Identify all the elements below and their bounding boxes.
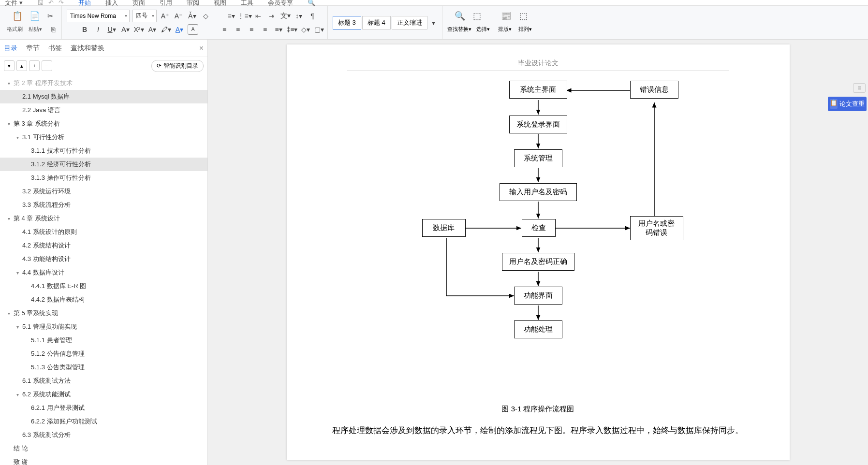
flow-box-db: 数据库: [422, 219, 466, 237]
toc-item[interactable]: ▾第 4 章 系统设计: [0, 212, 207, 225]
document-page: 毕业设计论文: [287, 44, 790, 460]
line-spacing-icon[interactable]: ‡≡▾: [287, 24, 297, 35]
toc-item[interactable]: 6.2.1 用户登录测试: [0, 401, 207, 415]
flowchart-diagram: 系统主界面 系统登录界面 系统管理 输入用户名及密码 数据库 检查 用户名或密码…: [369, 81, 707, 400]
nav-add-icon[interactable]: +: [29, 60, 40, 71]
toc-item[interactable]: 2.2 Java 语言: [0, 103, 207, 117]
toc-item[interactable]: 3.1.3 操作可行性分析: [0, 171, 207, 185]
style-heading3[interactable]: 标题 3: [333, 16, 361, 29]
smart-toc-button[interactable]: ⟳ 智能识别目录: [151, 60, 204, 72]
text-direction-icon[interactable]: 文▾: [280, 11, 291, 21]
main-menu-bar: 文件 ▾ 🖫 ↶ ↷ 开始 插入 页面 引用 审阅 视图 工具 会员专享 🔍: [0, 0, 868, 6]
copy-icon[interactable]: 📄: [28, 9, 42, 23]
italic-icon[interactable]: I: [93, 24, 103, 35]
toc-item[interactable]: ▾6.2 系统功能测试: [0, 388, 207, 401]
toc-item[interactable]: 6.3 系统测试分析: [0, 428, 207, 442]
toc-item[interactable]: 致 谢: [0, 455, 207, 465]
document-area[interactable]: 毕业设计论文: [208, 40, 868, 465]
show-marks-icon[interactable]: ¶: [307, 11, 318, 21]
toc-item[interactable]: ▾3.1 可行性分析: [0, 131, 207, 144]
nav-tab-bookmark[interactable]: 书签: [48, 44, 62, 53]
toc-item[interactable]: 4.4.1 数据库 E-R 图: [0, 279, 207, 293]
nav-close-icon[interactable]: ×: [199, 44, 204, 53]
sort-icon[interactable]: ↕▾: [294, 11, 304, 21]
toc-item[interactable]: 6.1 系统测试方法: [0, 374, 207, 388]
typeset-icon[interactable]: 📰: [499, 9, 514, 23]
nav-tab-toc[interactable]: 目录: [4, 44, 17, 53]
align-justify-icon[interactable]: ≡: [260, 24, 270, 35]
align-center-icon[interactable]: ≡: [233, 24, 243, 35]
font-family-select[interactable]: Times New Roma: [67, 10, 130, 22]
align-right-icon[interactable]: ≡: [246, 24, 257, 35]
clipboard-icon[interactable]: ⎘: [48, 24, 59, 35]
toc-item[interactable]: 4.4.2 数据库表结构: [0, 293, 207, 306]
indent-inc-icon[interactable]: ⇥: [266, 11, 277, 21]
text-effect-icon[interactable]: A▾: [147, 24, 158, 35]
strike-icon[interactable]: A̶▾: [120, 24, 131, 35]
navigation-panel: 目录 章节 书签 查找和替换 × ▾ ▴ + − ⟳ 智能识别目录 ▾第 2 章…: [0, 40, 208, 465]
styles-more-icon[interactable]: ▾: [428, 17, 439, 28]
highlight-icon[interactable]: 🖍▾: [161, 24, 171, 35]
superscript-icon[interactable]: X²▾: [133, 24, 144, 35]
toc-item[interactable]: 4.3 功能结构设计: [0, 252, 207, 266]
clear-format-icon[interactable]: ◇: [200, 11, 211, 21]
borders-icon[interactable]: ▢▾: [314, 24, 324, 35]
toc-item[interactable]: 5.1.3 公告类型管理: [0, 361, 207, 374]
toc-item[interactable]: 2.1 Mysql 数据库: [0, 90, 207, 103]
rightbar-toggle-icon[interactable]: ≡: [853, 83, 866, 93]
toc-item[interactable]: ▾第 3 章 系统分析: [0, 117, 207, 131]
flow-box-funcproc: 功能处理: [514, 320, 562, 338]
arrange-icon[interactable]: ⬚: [516, 9, 531, 23]
toc-item[interactable]: 3.3 系统流程分析: [0, 198, 207, 212]
format-brush-label[interactable]: 格式刷: [7, 26, 23, 33]
toc-item[interactable]: ▾4.4 数据库设计: [0, 266, 207, 279]
toc-item[interactable]: 3.2 系统运行环境: [0, 185, 207, 198]
toc-item[interactable]: ▾第 5 章系统实现: [0, 306, 207, 320]
bullets-icon[interactable]: ≡▾: [226, 11, 236, 21]
numbering-icon[interactable]: ⋮≡▾: [239, 11, 250, 21]
bold-icon[interactable]: B: [79, 24, 90, 35]
flow-box-wrong: 用户名或密码错误: [630, 216, 683, 240]
nav-collapse-icon[interactable]: ▴: [16, 60, 27, 71]
body-paragraph: 程序处理数据会涉及到数据的录入环节，绘制的添加流程见下图。程序录入数据过程中，始…: [316, 422, 761, 439]
nav-expand-icon[interactable]: ▾: [4, 60, 15, 71]
shrink-font-icon[interactable]: A⁻: [173, 11, 184, 21]
find-replace-icon[interactable]: 🔍: [453, 9, 467, 23]
nav-remove-icon[interactable]: −: [42, 60, 52, 71]
toc-item[interactable]: 5.1.1 患者管理: [0, 334, 207, 347]
distribute-icon[interactable]: ≡▾: [273, 24, 284, 35]
shading-icon[interactable]: ◇▾: [300, 24, 311, 35]
toc-item[interactable]: 结 论: [0, 442, 207, 455]
nav-tab-chapter[interactable]: 章节: [26, 44, 40, 53]
toc-item[interactable]: 6.2.2 添加账户功能测试: [0, 415, 207, 428]
paste-icon[interactable]: 📋: [10, 9, 25, 23]
font-color-icon[interactable]: A▾: [174, 24, 185, 35]
flow-box-funcui: 功能界面: [514, 287, 562, 305]
toc-item[interactable]: 4.2 系统结构设计: [0, 239, 207, 252]
char-border-icon[interactable]: A: [188, 24, 198, 35]
change-case-icon[interactable]: Ǎ▾: [187, 11, 197, 21]
typeset-label[interactable]: 排版▾: [498, 26, 512, 33]
font-size-select[interactable]: 四号: [132, 10, 157, 22]
indent-dec-icon[interactable]: ⇤: [253, 11, 264, 21]
toc-item[interactable]: 4.1 系统设计的原则: [0, 225, 207, 239]
nav-tab-find[interactable]: 查找和替换: [71, 44, 104, 53]
toc-item[interactable]: ▾第 2 章 程序开发技术: [0, 76, 207, 90]
grow-font-icon[interactable]: A⁺: [160, 11, 170, 21]
toc-item[interactable]: 3.1.1 技术可行性分析: [0, 144, 207, 158]
paper-check-button[interactable]: 📋 论文查重: [828, 97, 867, 111]
style-body-indent[interactable]: 正文缩进: [392, 16, 427, 29]
find-replace-label[interactable]: 查找替换▾: [447, 26, 471, 33]
figure-caption: 图 3-1 程序操作流程图: [316, 405, 761, 414]
align-left-icon[interactable]: ≡: [219, 24, 230, 35]
paste-label[interactable]: 粘贴▾: [29, 26, 42, 33]
toc-item[interactable]: 3.1.2 经济可行性分析: [0, 158, 207, 171]
toc-item[interactable]: 5.1.2 公告信息管理: [0, 347, 207, 361]
style-heading4[interactable]: 标题 4: [362, 16, 391, 29]
arrange-label[interactable]: 排列▾: [518, 26, 532, 33]
toc-item[interactable]: ▾5.1 管理员功能实现: [0, 320, 207, 334]
cut-icon[interactable]: ✂: [45, 11, 56, 21]
underline-icon[interactable]: U▾: [106, 24, 117, 35]
select-icon[interactable]: ⬚: [470, 9, 485, 23]
select-label[interactable]: 选择▾: [476, 26, 490, 33]
